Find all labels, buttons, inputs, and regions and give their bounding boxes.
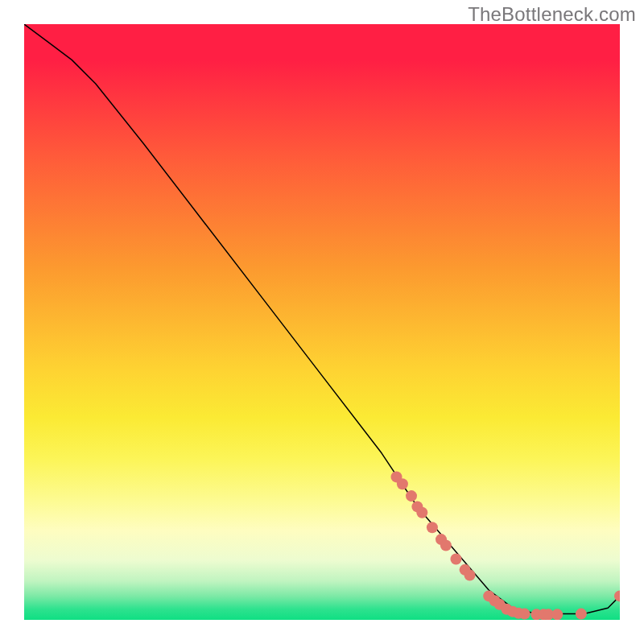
data-point [427, 522, 438, 533]
data-point [440, 540, 452, 551]
data-point [397, 478, 408, 489]
data-point [406, 490, 417, 502]
data-point [551, 609, 563, 620]
data-point [416, 507, 427, 518]
data-point [464, 570, 476, 581]
highlighted-points-group [391, 471, 621, 620]
bottleneck-curve-line [24, 24, 620, 614]
data-point [451, 554, 462, 565]
watermark-label: TheBottleneck.com [468, 3, 636, 26]
chart-overlay [24, 24, 620, 620]
data-point [576, 609, 587, 620]
chart-container: TheBottleneck.com [0, 0, 644, 644]
data-point [519, 609, 530, 620]
